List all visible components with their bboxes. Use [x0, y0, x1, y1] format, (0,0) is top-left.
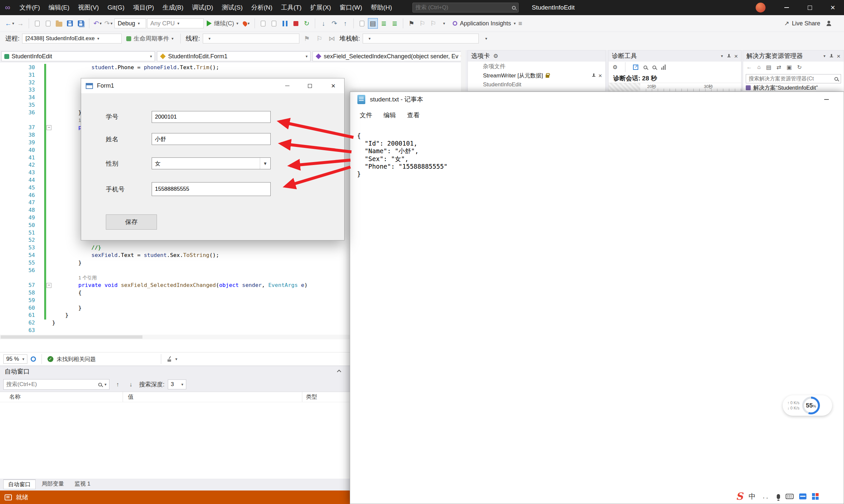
project-dropdown[interactable]: StudentInfoEdit▾ — [1, 51, 155, 61]
intellisense-icon[interactable] — [31, 356, 36, 362]
show-threads-icon[interactable] — [269, 18, 279, 29]
pin-icon[interactable] — [591, 73, 596, 78]
tab-watch1[interactable]: 监视 1 — [70, 479, 95, 489]
flag-thread-icon[interactable]: ⚑ — [302, 33, 312, 44]
task-list-icon[interactable]: ≣ — [390, 18, 400, 29]
diagnostics-timeline[interactable]: 20秒 30秒 — [608, 83, 741, 91]
save-icon[interactable] — [65, 18, 75, 29]
menu-analyze[interactable]: 分析(N) — [247, 0, 277, 15]
menu-view[interactable]: 视图(V) — [74, 0, 103, 15]
home-icon[interactable]: ⌂ — [757, 64, 761, 71]
autos-search-input[interactable] — [6, 381, 96, 388]
feedback-icon[interactable] — [824, 18, 834, 29]
toolbox-icon[interactable] — [799, 493, 806, 499]
live-share-button[interactable]: ↗ Live Share — [782, 18, 823, 29]
export-icon[interactable] — [633, 65, 638, 70]
save-all-icon[interactable] — [76, 18, 86, 29]
menu-project[interactable]: 项目(P) — [129, 0, 158, 15]
window-maximize-button[interactable] — [798, 0, 821, 15]
diagnostics-header[interactable]: 诊断工具 ▾ × — [608, 50, 741, 61]
stackframe-dropdown[interactable]: ▾ — [363, 34, 479, 43]
window-minimize-button[interactable] — [775, 0, 798, 15]
student-sex-dropdown[interactable]: 女 ▼ — [152, 158, 271, 169]
show-diagnostics-toggle-icon[interactable]: ▤ — [368, 18, 378, 29]
line-annotations-icon[interactable]: ≣ — [379, 18, 389, 29]
navigate-forward-icon[interactable]: → — [16, 18, 25, 29]
close-icon[interactable]: × — [837, 53, 840, 59]
redo-icon[interactable]: ↷▾ — [104, 18, 114, 29]
column-header-name[interactable]: 名称 — [9, 392, 20, 402]
bookmark-options-icon[interactable]: ▾ — [439, 18, 449, 29]
tab-group-project[interactable]: StudentInfoEdit — [468, 80, 605, 89]
solution-search-box[interactable] — [746, 74, 841, 83]
type-dropdown[interactable]: StudentInfoEdit.Form1▾ — [157, 51, 311, 61]
tab-autos[interactable]: 自动窗口 — [3, 479, 36, 489]
window-position-icon[interactable]: ▾ — [721, 54, 723, 58]
pin-icon[interactable] — [726, 54, 731, 58]
solution-search-input[interactable] — [749, 76, 832, 82]
window-close-button[interactable]: × — [821, 0, 844, 15]
open-folder-icon[interactable] — [54, 18, 64, 29]
quick-search-box[interactable] — [412, 3, 519, 13]
add-item-icon[interactable] — [43, 18, 53, 29]
back-icon[interactable]: ← — [746, 64, 752, 71]
zoom-out-icon[interactable] — [652, 66, 656, 69]
student-id-field[interactable] — [152, 111, 271, 123]
menu-help[interactable]: 帮助(H) — [367, 0, 396, 15]
solution-explorer-header[interactable]: 解决方案资源管理器 ▾ × — [743, 50, 844, 61]
sync-with-active-document-icon[interactable]: ⇄ — [776, 64, 781, 71]
solution-root-item[interactable]: 解决方案“StudentInfoEdit” — [743, 83, 844, 92]
student-phone-field[interactable] — [152, 182, 271, 196]
notepad-menu-view[interactable]: 查看 — [401, 111, 425, 120]
step-over-icon[interactable]: ↷ — [329, 18, 339, 29]
collapse-all-icon[interactable]: ▣ — [787, 64, 792, 71]
continue-button[interactable]: 继续(C) ▾ — [205, 18, 240, 29]
fold-marker-icon[interactable]: − — [47, 283, 51, 288]
search-up-icon[interactable]: ↑ — [113, 379, 123, 389]
student-name-field[interactable] — [152, 133, 271, 145]
step-into-icon[interactable]: ↓ — [318, 18, 328, 29]
menu-build[interactable]: 生成(B) — [158, 0, 188, 15]
solution-platform-dropdown[interactable]: Any CPU▾ — [147, 18, 204, 28]
window-position-icon[interactable]: ▾ — [824, 54, 826, 58]
tabs-panel-header[interactable]: 选项卡 ⚙ — [468, 50, 605, 61]
autos-grid[interactable]: 名称 值 类型 — [0, 392, 350, 479]
document-health-icon[interactable]: ✓ — [48, 356, 53, 362]
settings-gear-icon[interactable]: ⚙ — [613, 64, 618, 71]
keyboard-icon[interactable] — [786, 494, 794, 499]
notepad-menu-edit[interactable]: 编辑 — [378, 111, 401, 120]
code-map-icon[interactable] — [357, 18, 367, 29]
menu-edit[interactable]: 编辑(E) — [44, 0, 73, 15]
notepad-minimize-button[interactable] — [819, 92, 834, 107]
save-button[interactable]: 保存 — [106, 214, 157, 230]
previous-bookmark-icon[interactable]: ⚐ — [417, 18, 427, 29]
notepad-menu-file[interactable]: 文件 — [354, 111, 378, 120]
notepad-title-bar[interactable]: student.txt - 记事本 — [350, 92, 844, 107]
network-speed-widget[interactable]: ↑ 0 K/s ↓ 0 K/s 55 % — [783, 395, 832, 416]
menu-debug[interactable]: 调试(D) — [188, 0, 217, 15]
ime-grid-icon[interactable] — [812, 493, 819, 500]
toggle-flagged-icon[interactable]: ⋈ — [327, 33, 337, 44]
tab-locals[interactable]: 局部变量 — [37, 479, 69, 489]
autos-search-box[interactable]: ▾ — [3, 379, 109, 390]
microphone-icon[interactable] — [777, 494, 780, 499]
status-notification-icon[interactable] — [5, 494, 12, 500]
show-flagged-only-icon[interactable]: ⚐ — [314, 33, 324, 44]
menu-window[interactable]: 窗口(W) — [335, 0, 367, 15]
chart-icon[interactable] — [661, 65, 666, 70]
thread-dropdown[interactable]: ▾ — [203, 34, 299, 43]
lifecycle-events-dropdown[interactable]: 生命周期事件 ▾ — [124, 33, 175, 44]
bookmark-icon[interactable]: ⚑ — [407, 18, 416, 29]
form1-minimize-button[interactable] — [278, 78, 297, 93]
menu-extensions[interactable]: 扩展(X) — [306, 0, 335, 15]
next-bookmark-icon[interactable]: ⚐ — [428, 18, 438, 29]
restart-icon[interactable]: ↻ — [302, 18, 312, 29]
undo-icon[interactable]: ↶▾ — [93, 18, 103, 29]
notepad-text-area[interactable]: { "Id": 2000101, "Name": "小舒", "Sex": "女… — [357, 132, 448, 178]
autos-title-bar[interactable]: 自动窗口 — [0, 366, 350, 377]
form1-close-button[interactable]: × — [324, 78, 343, 93]
application-insights-dropdown[interactable]: Application Insights ▾ ≡ — [450, 18, 525, 29]
menu-test[interactable]: 测试(S) — [218, 0, 247, 15]
code-cleanup-icon[interactable] — [167, 356, 172, 362]
search-down-icon[interactable]: ↓ — [126, 379, 136, 389]
